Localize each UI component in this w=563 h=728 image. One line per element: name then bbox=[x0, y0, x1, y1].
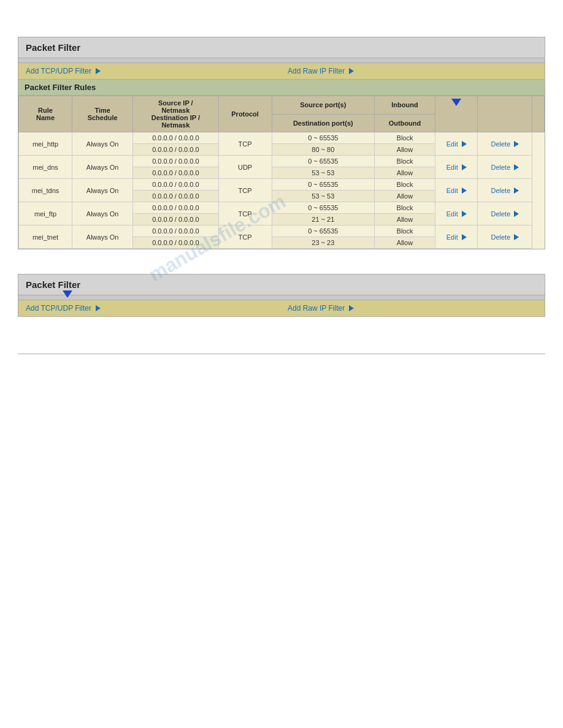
th-outbound: Outbound bbox=[374, 114, 435, 132]
th-protocol: Protocol bbox=[218, 96, 272, 132]
dst-port-mei-dns: 53 ~ 53 bbox=[272, 167, 374, 179]
delete-mei-tdns[interactable]: Delete bbox=[478, 179, 532, 202]
rule-name-mei-tdns: mei_tdns bbox=[19, 179, 72, 202]
th-source-dest-ip: Source IP /NetmaskDestination IP /Netmas… bbox=[133, 96, 218, 132]
edit-btn-mei-tdns[interactable]: Edit bbox=[446, 187, 467, 194]
inbound-mei-dns: Block bbox=[374, 156, 435, 167]
delete-btn-mei-ftp[interactable]: Delete bbox=[491, 210, 519, 218]
th-source-ports: Source port(s) bbox=[272, 96, 374, 115]
src-ip-mei-dns: 0.0.0.0 / 0.0.0.0 bbox=[133, 156, 218, 167]
proto-mei-ftp: TCP bbox=[218, 202, 272, 226]
edit-mei-http[interactable]: Edit bbox=[435, 132, 478, 156]
top-add-raw-container: Add Raw IP Filter bbox=[275, 67, 537, 75]
src-ip-mei-http: 0.0.0.0 / 0.0.0.0 bbox=[133, 132, 218, 144]
src-port-mei-tdns: 0 ~ 65535 bbox=[272, 179, 374, 191]
table-row: mei_http Always On 0.0.0.0 / 0.0.0.0 TCP… bbox=[19, 132, 545, 144]
top-add-tcp-link[interactable]: Add TCP/UDP Filter bbox=[26, 67, 101, 75]
table-row: mei_dns Always On 0.0.0.0 / 0.0.0.0 UDP … bbox=[19, 156, 545, 167]
edit-arrow-mei-tdns bbox=[462, 188, 467, 194]
edit-arrow-mei-dns bbox=[462, 164, 467, 170]
src-port-mei-http: 0 ~ 65535 bbox=[272, 132, 374, 144]
edit-mei-tnet[interactable]: Edit bbox=[435, 226, 478, 249]
dst-ip-mei-tdns: 0.0.0.0 / 0.0.0.0 bbox=[133, 191, 218, 202]
outbound-mei-http: Allow bbox=[374, 144, 435, 156]
add-tcp-down-arrow bbox=[63, 290, 72, 298]
outbound-mei-tnet: Allow bbox=[374, 237, 435, 249]
inbound-mei-http: Block bbox=[374, 132, 435, 144]
top-add-filter-bar: Add TCP/UDP Filter Add Raw IP Filter bbox=[18, 63, 545, 80]
src-ip-mei-tnet: 0.0.0.0 / 0.0.0.0 bbox=[133, 226, 218, 237]
edit-mei-ftp[interactable]: Edit bbox=[435, 202, 478, 226]
edit-arrow-mei-tnet bbox=[462, 234, 467, 240]
dst-ip-mei-ftp: 0.0.0.0 / 0.0.0.0 bbox=[133, 214, 218, 226]
edit-mei-dns[interactable]: Edit bbox=[435, 156, 478, 179]
top-add-raw-label: Add Raw IP Filter bbox=[288, 67, 345, 75]
bottom-packet-filter-section: Packet Filter Add TCP/UDP Filter Add Raw… bbox=[18, 274, 545, 317]
delete-arrow-indicator bbox=[451, 99, 461, 106]
proto-mei-http: TCP bbox=[218, 132, 272, 156]
bottom-add-raw-link[interactable]: Add Raw IP Filter bbox=[288, 304, 354, 313]
top-add-raw-link[interactable]: Add Raw IP Filter bbox=[288, 67, 354, 75]
delete-btn-mei-tnet[interactable]: Delete bbox=[491, 233, 519, 241]
edit-btn-mei-tnet[interactable]: Edit bbox=[446, 233, 467, 241]
bottom-add-tcp-link[interactable]: Add TCP/UDP Filter bbox=[26, 304, 101, 313]
proto-mei-dns: UDP bbox=[218, 156, 272, 179]
th-delete-spacer bbox=[532, 96, 545, 132]
delete-mei-tnet[interactable]: Delete bbox=[478, 226, 532, 249]
th-dest-ports: Destination port(s) bbox=[272, 114, 374, 132]
schedule-mei-tnet: Always On bbox=[72, 226, 133, 249]
top-add-tcp-label: Add TCP/UDP Filter bbox=[26, 67, 91, 75]
bottom-add-tcp-arrow-icon bbox=[96, 305, 101, 311]
dst-ip-mei-http: 0.0.0.0 / 0.0.0.0 bbox=[133, 144, 218, 156]
schedule-mei-ftp: Always On bbox=[72, 202, 133, 226]
dst-ip-mei-dns: 0.0.0.0 / 0.0.0.0 bbox=[133, 167, 218, 179]
top-gray-bar bbox=[18, 58, 545, 63]
delete-arrow-mei-ftp bbox=[514, 211, 519, 217]
edit-btn-mei-dns[interactable]: Edit bbox=[446, 164, 467, 171]
src-ip-mei-ftp: 0.0.0.0 / 0.0.0.0 bbox=[133, 202, 218, 214]
delete-mei-dns[interactable]: Delete bbox=[478, 156, 532, 179]
top-add-tcp-container: Add TCP/UDP Filter bbox=[26, 67, 275, 75]
schedule-mei-http: Always On bbox=[72, 132, 133, 156]
top-add-tcp-arrow-icon bbox=[96, 68, 101, 74]
outbound-mei-tdns: Allow bbox=[374, 191, 435, 202]
edit-arrow-mei-http bbox=[462, 141, 467, 147]
dst-port-mei-ftp: 21 ~ 21 bbox=[272, 214, 374, 226]
table-row: mei_ftp Always On 0.0.0.0 / 0.0.0.0 TCP … bbox=[19, 202, 545, 214]
rule-name-mei-tnet: mei_tnet bbox=[19, 226, 72, 249]
top-rules-container: Packet Filter Rules RuleName TimeSchedul… bbox=[18, 80, 545, 249]
page-wrapper: manualsfile.com Packet Filter Add TCP/UD… bbox=[18, 12, 545, 354]
bottom-add-raw-label: Add Raw IP Filter bbox=[288, 304, 345, 313]
dst-ip-mei-tnet: 0.0.0.0 / 0.0.0.0 bbox=[133, 237, 218, 249]
delete-btn-mei-http[interactable]: Delete bbox=[491, 140, 519, 148]
delete-mei-ftp[interactable]: Delete bbox=[478, 202, 532, 226]
outbound-mei-ftp: Allow bbox=[374, 214, 435, 226]
delete-mei-http[interactable]: Delete bbox=[478, 132, 532, 156]
schedule-mei-tdns: Always On bbox=[72, 179, 133, 202]
inbound-mei-tnet: Block bbox=[374, 226, 435, 237]
table-row: mei_tdns Always On 0.0.0.0 / 0.0.0.0 TCP… bbox=[19, 179, 545, 191]
bottom-add-raw-arrow-icon bbox=[349, 305, 354, 311]
proto-mei-tdns: TCP bbox=[218, 179, 272, 202]
src-port-mei-ftp: 0 ~ 65535 bbox=[272, 202, 374, 214]
top-section-title: Packet Filter bbox=[18, 37, 545, 58]
bottom-add-tcp-container: Add TCP/UDP Filter bbox=[26, 304, 275, 313]
inbound-mei-ftp: Block bbox=[374, 202, 435, 214]
edit-mei-tdns[interactable]: Edit bbox=[435, 179, 478, 202]
top-packet-filter-section: Packet Filter Add TCP/UDP Filter Add Raw… bbox=[18, 37, 545, 249]
top-packet-table: RuleName TimeSchedule Source IP /Netmask… bbox=[18, 96, 545, 249]
delete-arrow-mei-tnet bbox=[514, 234, 519, 240]
delete-btn-mei-tdns[interactable]: Delete bbox=[491, 187, 519, 194]
delete-arrow-mei-dns bbox=[514, 164, 519, 170]
add-tcp-down-arrow-indicator bbox=[63, 290, 72, 300]
bottom-divider bbox=[18, 354, 545, 354]
edit-btn-mei-http[interactable]: Edit bbox=[446, 140, 467, 148]
src-ip-mei-tdns: 0.0.0.0 / 0.0.0.0 bbox=[133, 179, 218, 191]
rule-name-mei-ftp: mei_ftp bbox=[19, 202, 72, 226]
th-time-schedule: TimeSchedule bbox=[72, 96, 133, 132]
schedule-mei-dns: Always On bbox=[72, 156, 133, 179]
table-row: mei_tnet Always On 0.0.0.0 / 0.0.0.0 TCP… bbox=[19, 226, 545, 237]
edit-btn-mei-ftp[interactable]: Edit bbox=[446, 210, 467, 218]
delete-btn-mei-dns[interactable]: Delete bbox=[491, 164, 519, 171]
dst-port-mei-http: 80 ~ 80 bbox=[272, 144, 374, 156]
